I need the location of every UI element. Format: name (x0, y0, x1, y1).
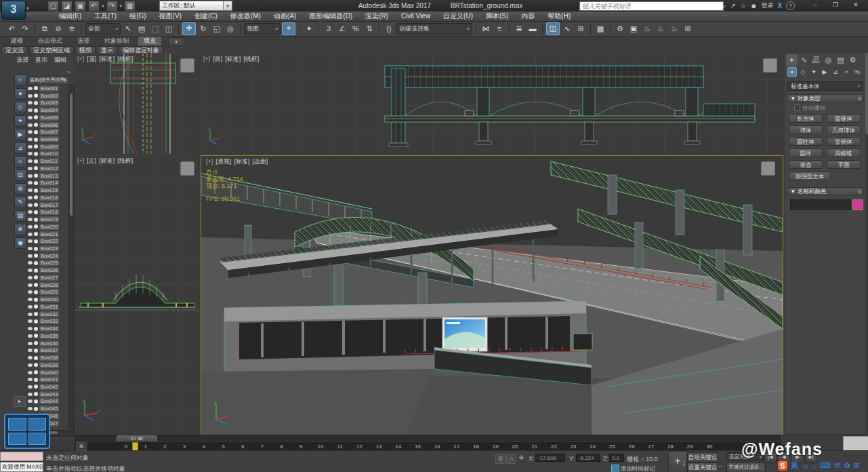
visibility-eye-icon[interactable] (28, 378, 33, 381)
display-containers-icon[interactable]: ▤ (14, 210, 26, 222)
track-bar[interactable]: 0123456789101112131415161718192021222324… (75, 441, 781, 451)
ribbon-tab-1[interactable]: 建模 (5, 37, 28, 45)
scene-object-row[interactable]: Box015 (28, 186, 68, 194)
primitive-type-dropdown[interactable]: 标准基本体▾ (787, 81, 863, 91)
visibility-eye-icon[interactable] (28, 247, 33, 250)
viewcube-placeholder[interactable] (180, 58, 194, 73)
viewport-label[interactable]: [+][前][标准][线框] (203, 55, 262, 64)
category-lights[interactable]: ✦ (809, 67, 819, 77)
window-crossing-icon[interactable]: ◫ (163, 23, 175, 35)
named-selection-sets-dropdown[interactable]: 创建选择集▾ (396, 23, 472, 35)
category-systems[interactable]: % (852, 67, 862, 77)
help-icon[interactable]: ? (786, 1, 795, 10)
viewport-name[interactable]: [顶] (87, 56, 96, 62)
scene-object-row[interactable]: Box033 (28, 318, 68, 326)
rollout-object-type[interactable]: ▼ 对象类型 (787, 94, 864, 102)
reference-coordinate-dropdown[interactable]: 视图▾ (244, 23, 281, 35)
visibility-eye-icon[interactable] (28, 356, 33, 359)
visibility-eye-icon[interactable] (28, 407, 33, 410)
viewport-label[interactable]: [+][左][标准][线框] (77, 157, 136, 165)
visibility-eye-icon[interactable] (28, 342, 33, 345)
panel-scrollbar[interactable] (865, 53, 868, 434)
scene-object-row[interactable]: Box016 (28, 194, 68, 201)
object-color-swatch[interactable] (852, 199, 863, 210)
x-coordinate-field[interactable]: -17.898 (535, 454, 565, 462)
vertical-scrollbar[interactable] (68, 85, 75, 429)
object-type-button[interactable]: 圆柱体 (789, 137, 823, 146)
search-icon[interactable]: ⌕ (722, 2, 726, 10)
menu-item-13[interactable]: 内容 (515, 12, 541, 21)
scene-object-row[interactable]: Box041 (28, 376, 68, 383)
tab-motion[interactable]: ◎ (823, 54, 834, 66)
display-xrefs-icon[interactable]: ⊕ (14, 183, 26, 195)
emoji-icon[interactable]: ☺ (802, 462, 809, 470)
viewport-shading[interactable]: [线框] (117, 157, 133, 164)
viewport-name[interactable]: [前] (213, 56, 222, 62)
category-helpers[interactable]: ⊿ (831, 67, 840, 77)
application-menu-arrow-icon[interactable]: ▾ (26, 5, 29, 12)
ribbon-toggle-icon[interactable]: ▬ (526, 23, 539, 35)
object-type-button[interactable]: 球体 (789, 125, 823, 134)
visibility-eye-icon[interactable] (28, 167, 33, 170)
select-object-icon[interactable]: ↖ (122, 23, 134, 35)
skin-icon[interactable]: ✿ (844, 461, 850, 470)
curve-editor-icon[interactable]: ∿ (561, 23, 573, 35)
render-flyout-icon[interactable]: ⊞ (682, 23, 694, 35)
render-production-icon[interactable]: ♨ (641, 23, 653, 35)
scene-object-row[interactable]: Box014 (28, 180, 68, 187)
visibility-eye-icon[interactable] (28, 290, 33, 294)
visibility-eye-icon[interactable] (28, 159, 33, 163)
display-shapes-icon[interactable]: ◇ (14, 102, 26, 113)
viewcube-placeholder[interactable] (761, 161, 775, 176)
scene-object-row[interactable]: Box023 (28, 245, 68, 252)
ribbon-tool-2[interactable]: 定义空闲区域 (29, 46, 74, 54)
category-geometry[interactable]: ● (787, 67, 797, 77)
display-geometry-icon[interactable]: ● (14, 88, 26, 100)
menu-item-11[interactable]: 自定义(U) (437, 12, 479, 21)
viewport-style[interactable]: [标准] (234, 158, 249, 165)
visibility-eye-icon[interactable] (28, 298, 33, 301)
menu-item-4[interactable]: 视图(V) (153, 12, 188, 21)
scene-object-row[interactable]: Box045 (28, 405, 68, 412)
visibility-eye-icon[interactable] (28, 109, 33, 112)
viewport-left[interactable]: [+][左][标准][线框] yx (75, 155, 199, 439)
schematic-view-icon[interactable]: ⊞ (575, 23, 587, 35)
scene-object-row[interactable]: Box034 (28, 325, 68, 332)
display-all-icon[interactable]: ○ (14, 75, 26, 86)
viewport-label[interactable]: [+][顶][标准][线框] (77, 55, 136, 64)
profile-icon[interactable]: ☻ (750, 2, 758, 9)
scrollbar-thumb[interactable] (70, 94, 73, 216)
spinner-snap-icon[interactable]: ⇅ (363, 23, 375, 35)
object-type-button[interactable]: 圆锥体 (827, 114, 861, 123)
menu-item-3[interactable]: 组(G) (123, 12, 152, 21)
visibility-eye-icon[interactable] (28, 371, 33, 374)
viewcube-placeholder[interactable] (763, 58, 777, 73)
scene-object-row[interactable]: Box013 (28, 172, 68, 180)
visibility-eye-icon[interactable] (28, 393, 33, 396)
grid-icon[interactable]: ⊞ (854, 461, 860, 470)
object-type-button[interactable]: 加强型文本 (789, 172, 831, 180)
scene-object-row[interactable]: Box011 (28, 157, 68, 165)
visibility-eye-icon[interactable] (28, 363, 33, 367)
z-coordinate-field[interactable]: 0.0 (609, 454, 624, 462)
visibility-eye-icon[interactable] (28, 189, 33, 192)
scene-object-row[interactable]: Box040 (28, 369, 68, 376)
scene-object-row[interactable]: Box027 (28, 274, 68, 281)
visibility-eye-icon[interactable] (28, 130, 33, 134)
viewport-menu[interactable]: [+] (206, 158, 213, 165)
ribbon-tab-5[interactable]: 填充 (138, 37, 161, 45)
visibility-eye-icon[interactable] (28, 349, 33, 352)
visibility-eye-icon[interactable] (28, 101, 33, 104)
menu-item-12[interactable]: 脚本(S) (480, 12, 514, 21)
viewport-shading[interactable]: [边面] (252, 158, 268, 165)
scene-object-row[interactable]: Box028 (28, 281, 68, 289)
visibility-eye-icon[interactable] (28, 174, 33, 178)
transform-gizmo-icon[interactable]: ✛ (517, 454, 526, 463)
viewport-shading[interactable]: [线框] (117, 56, 133, 62)
visibility-eye-icon[interactable] (28, 276, 33, 279)
minimize-button[interactable]: – (806, 1, 824, 9)
tab-utilities[interactable]: ⚙ (847, 54, 859, 66)
scene-object-row[interactable]: Box019 (28, 216, 68, 223)
mic-icon[interactable]: ♪ (812, 462, 817, 470)
exchange-apps-icon[interactable]: X (778, 2, 783, 9)
